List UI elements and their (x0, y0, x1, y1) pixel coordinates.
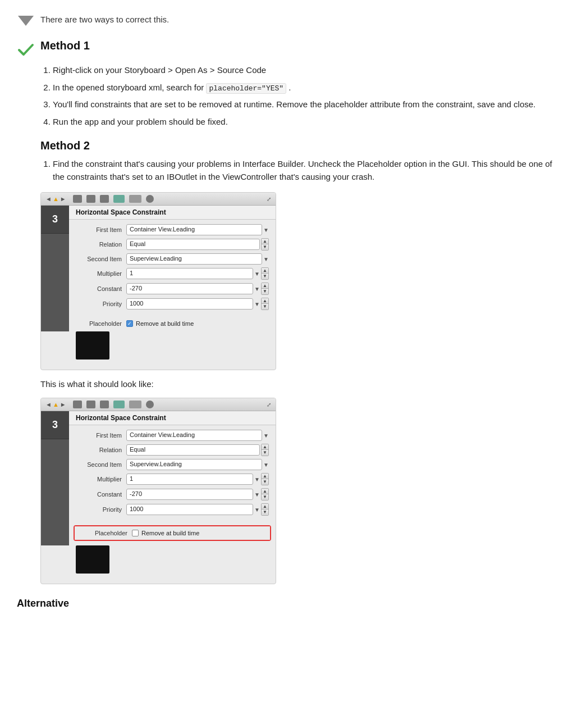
sc1-first-item-arrow: ▼ (263, 227, 269, 233)
sc2-const-stepper: ▲ ▼ (261, 488, 269, 501)
sc1-body: 3 Horizontal Space Constraint First Item… (41, 206, 276, 331)
sc2-placeholder-label: Placeholder (81, 530, 132, 536)
sc2-black-square (76, 545, 109, 574)
sc2-row-relation: Relation Equal ▲ ▼ (76, 444, 269, 456)
sc1-row-priority: Priority 1000 ▼ ▲ ▼ (76, 298, 269, 310)
sc1-row-second-item: Second Item Superview.Leading ▼ (76, 253, 269, 265)
sc2-back-icon: ◄ (45, 401, 52, 408)
sc2-first-item-label: First Item (76, 432, 126, 439)
sc2-step-down: ▼ (262, 450, 268, 456)
method2-title: Method 2 (40, 139, 90, 152)
method1-steps: Right-click on your Storyboard > Open As… (40, 64, 560, 128)
sc2-relation-field: Equal ▲ ▼ (126, 444, 269, 456)
sc1-row-first-item: First Item Container View.Leading ▼ (76, 224, 269, 235)
sc2-icon2 (86, 401, 95, 408)
sc2-relation-stepper: ▲ ▼ (261, 444, 269, 456)
sc1-title: Horizontal Space Constraint (69, 206, 276, 220)
sc1-mult-arrow: ▼ (254, 271, 260, 277)
sc1-first-item-field: Container View.Leading ▼ (126, 224, 269, 235)
sc1-relation-label: Relation (76, 241, 126, 248)
screenshot1: ◄ ▲ ► ⤢ 3 (40, 192, 276, 370)
sc2-sidebar-spacer (41, 545, 69, 578)
sc2-checkbox (132, 530, 139, 536)
sc1-sidebar-spacer (41, 331, 69, 364)
sc2-title: Horizontal Space Constraint (69, 411, 276, 425)
sc1-sidebar-top: 3 (41, 206, 69, 234)
triangle-icon (17, 11, 35, 29)
sc2-priority-field: 1000 ▼ ▲ ▼ (126, 503, 269, 516)
sc2-multiplier-label: Multiplier (76, 476, 126, 483)
sc1-step-down: ▼ (262, 244, 268, 250)
sc1-placeholder-row: Placeholder Remove at build time (69, 317, 276, 331)
sc2-multiplier-field: 1 ▼ ▲ ▼ (126, 473, 269, 485)
sc2-toolbar-wrapper: ◄ ▲ ► ⤢ (41, 398, 276, 411)
sc1-checkbox (126, 320, 133, 327)
sc1-mult-step-up: ▲ (262, 268, 268, 274)
sc2-expand-icon: ⤢ (267, 402, 271, 408)
sc2-row-multiplier: Multiplier 1 ▼ ▲ ▼ (76, 473, 269, 485)
sc1-pri-arrow: ▼ (254, 301, 260, 307)
sc2-icon3 (100, 401, 109, 408)
sc2-placeholder-row: Placeholder Remove at build time (75, 526, 270, 540)
sc1-sidebar-num: 3 (52, 213, 58, 225)
sc2-second-item-input: Superview.Leading (126, 459, 262, 470)
sc1-mult-stepper: ▲ ▼ (261, 267, 269, 280)
sc1-icon5 (129, 195, 141, 203)
sc2-const-step-up: ▲ (262, 489, 268, 494)
sc2-warning-icon: ▲ (53, 401, 59, 408)
svg-marker-0 (18, 16, 34, 26)
sc2-first-item-input: Container View.Leading (126, 430, 262, 441)
sc1-constant-field: -270 ▼ ▲ ▼ (126, 283, 269, 295)
sc1-second-item-label: Second Item (76, 256, 126, 262)
sc1-priority-input: 1000 (126, 298, 253, 310)
method1-content: Right-click on your Storyboard > Open As… (40, 64, 560, 128)
checkmark-icon (17, 40, 35, 58)
sc1-row-constant: Constant -270 ▼ ▲ ▼ (76, 283, 269, 295)
method2-header: Method 2 (17, 139, 560, 152)
sc2-toolbar: ◄ ▲ ► ⤢ (41, 398, 276, 411)
sc2-icon4 (113, 401, 125, 408)
sc2-multiplier-input: 1 (126, 474, 253, 485)
sc1-black-square (76, 331, 109, 360)
sc1-form: First Item Container View.Leading ▼ Rela… (69, 220, 276, 317)
sc2-second-item-arrow: ▼ (263, 462, 269, 468)
sc1-constant-input: -270 (126, 283, 253, 294)
sc2-mult-arrow: ▼ (254, 476, 260, 483)
intro-section: There are two ways to correct this. (17, 11, 560, 29)
sc2-first-item-field: Container View.Leading ▼ (126, 430, 269, 441)
sc2-relation-input: Equal (126, 444, 260, 456)
sc1-second-item-field: Superview.Leading ▼ (126, 253, 269, 265)
sc1-icon2 (86, 195, 95, 203)
sc2-const-arrow: ▼ (254, 492, 260, 498)
sc2-main: Horizontal Space Constraint First Item C… (69, 411, 276, 545)
method1-step3: You'll find constraints that are set to … (53, 98, 560, 111)
sc1-const-step-up: ▲ (262, 283, 268, 289)
sc2-pri-stepper: ▲ ▼ (261, 503, 269, 516)
sc1-mult-step-down: ▼ (262, 274, 268, 279)
screenshot2: ◄ ▲ ► ⤢ 3 (40, 398, 276, 584)
method2-step1: Find the constraint that's causing your … (53, 158, 560, 183)
sc1-multiplier-label: Multiplier (76, 270, 126, 277)
sc2-black-square-row (41, 545, 276, 584)
method2-steps: Find the constraint that's causing your … (40, 158, 560, 183)
sc2-icons (73, 401, 154, 408)
sc2-row-constant: Constant -270 ▼ ▲ ▼ (76, 488, 269, 501)
sc1-second-item-arrow: ▼ (263, 256, 269, 262)
method1-step2: In the opened storyboard xml, search for… (53, 81, 560, 94)
code-placeholder: placeholder="YES" (206, 83, 286, 94)
sc1-pri-stepper: ▲ ▼ (261, 298, 269, 310)
method1-title: Method 1 (40, 39, 90, 52)
sc2-row-priority: Priority 1000 ▼ ▲ ▼ (76, 503, 269, 516)
sc1-main: Horizontal Space Constraint First Item C… (69, 206, 276, 331)
sc1-icon1 (73, 195, 82, 203)
sc1-icon3 (100, 195, 109, 203)
sc1-row-relation: Relation Equal ▲ ▼ (76, 238, 269, 251)
sc1-relation-stepper: ▲ ▼ (261, 238, 269, 251)
sc2-pri-step-down: ▼ (262, 509, 268, 515)
sc1-black-square-row (41, 331, 276, 370)
sc2-priority-label: Priority (76, 506, 126, 513)
sc1-relation-field: Equal ▲ ▼ (126, 238, 269, 251)
sc1-multiplier-field: 1 ▼ ▲ ▼ (126, 267, 269, 280)
sc1-pri-step-up: ▲ (262, 298, 268, 304)
sc2-form: First Item Container View.Leading ▼ Rela… (69, 425, 276, 523)
